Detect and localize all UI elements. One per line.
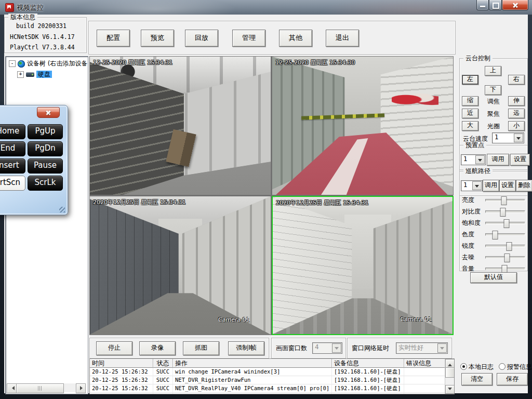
tree-device-item[interactable]: +硬盘 [17,70,52,79]
combo-arrow-icon[interactable] [514,134,523,142]
scroll-down-button[interactable] [445,385,455,394]
denoise-label: 去噪 [462,253,484,262]
denoise-slider[interactable] [485,256,525,259]
scroll-right-button[interactable] [76,383,86,393]
tree-root-item[interactable]: -设备树 (右击添加设备 [9,59,88,68]
keyboard-close-button[interactable] [37,107,60,118]
tree-device-label: 硬盘 [36,71,52,78]
exit-button[interactable]: 退出 [326,30,359,47]
key-pgdn[interactable]: PgDn [28,141,63,156]
key-home[interactable]: Home [0,124,25,139]
slider-thumb[interactable] [500,208,506,217]
other-button[interactable]: 其他 [279,30,312,47]
cruise-value: 1 [463,181,473,189]
scroll-thumb[interactable] [16,383,64,393]
config-button[interactable]: 配置 [97,30,130,47]
preview-button[interactable]: 预览 [141,30,174,47]
cruise-call-button[interactable]: 调用 [483,180,499,192]
key-pgup[interactable]: PgUp [28,124,63,139]
cruise-combo[interactable]: 1 [461,180,483,191]
slider-thumb[interactable] [504,254,510,262]
camera-view-2[interactable]: 12-25-2020 星期五 15:34:30 [272,56,454,195]
key-insert[interactable]: Insert [0,158,25,174]
camera-view-4-selected[interactable]: 2020年12月25日 星期五 15:34:31 Camera 01 [272,196,454,335]
ptz-left-button[interactable]: 左 [462,75,478,85]
resize-grip[interactable] [59,207,65,212]
onscreen-keyboard-window[interactable]: Home PgUp End PgDn Insert Pause PrtScn S… [0,105,68,215]
playback-button[interactable]: 回放 [185,30,218,47]
hue-slider[interactable] [485,233,525,236]
col-header-status[interactable]: 状态 [153,359,173,368]
focus-far-button[interactable]: 远 [508,109,525,118]
log-row[interactable]: 20-12-25 15:26:32 SUCC NET_DVR_RealPlay_… [90,384,454,393]
col-header-operation[interactable]: 操作 [173,359,332,368]
ptz-down-button[interactable]: 下 [485,85,501,95]
key-end[interactable]: End [0,141,25,156]
preset-set-button[interactable]: 设置 [510,154,530,166]
camera-view-3[interactable]: 2020年12月25日 星期五 15:34:31 Camera 01 [89,196,271,335]
record-button[interactable]: 录像 [139,341,176,355]
maximize-button[interactable] [489,0,502,10]
cell-time: 20-12-25 15:26:32 [90,393,153,394]
sdk-version: HCNetSDK V6.1.4.17 [10,33,91,41]
combo-arrow-icon[interactable] [472,181,482,190]
slider-thumb[interactable] [503,219,509,228]
window-count-panel: 画面窗口数 4 [271,338,346,358]
preset-combo[interactable]: 1 [461,154,486,165]
local-log-radio[interactable]: 本地日志 [460,363,494,370]
clear-log-button[interactable]: 清空 [461,373,493,385]
playback-control-panel: 停止 录像 抓图 强制I帧 [89,338,269,358]
log-row[interactable]: 20-12-25 15:26:32 SUCC NET_DVR_RigisterD… [90,376,454,384]
capture-button[interactable]: 抓图 [183,341,219,355]
combo-arrow-icon[interactable] [475,155,485,164]
camera-view-1[interactable]: 12-25-2020 星期五 15:34:31 [89,56,271,195]
force-iframe-button[interactable]: 强制I帧 [228,341,264,355]
contrast-slider[interactable] [485,210,525,213]
log-row[interactable]: 20-12-25 15:26:32 SUCC win change IPCame… [90,393,454,394]
denoise-slider-row: 去噪 [462,252,525,262]
minimize-button[interactable] [476,0,489,10]
iris-close-button[interactable]: 小 [508,121,525,131]
alarm-info-radio[interactable]: 报警信息 [499,363,532,370]
brightness-slider[interactable] [485,199,525,202]
slider-thumb[interactable] [493,231,498,240]
col-header-time[interactable]: 时间 [90,359,153,368]
sharpness-slider[interactable] [485,245,525,247]
tree-collapse-toggle[interactable]: - [9,60,16,67]
zoom-in-button[interactable]: 伸 [508,96,525,106]
key-pause[interactable]: Pause [28,158,63,174]
cruise-delete-button[interactable]: 删除 [516,180,532,192]
col-header-device[interactable]: 设备信息 [332,359,404,368]
slider-thumb[interactable] [507,242,512,251]
stop-button[interactable]: 停止 [96,341,132,355]
ptz-right-button[interactable]: 右 [508,75,525,85]
key-prtscn[interactable]: PrtScn [0,176,25,191]
log-vertical-scrollbar[interactable] [445,359,454,394]
close-button[interactable] [502,0,528,10]
ptz-speed-value: 1 [495,134,514,141]
titlebar: 视频监控 [0,0,532,15]
volume-slider[interactable] [485,268,525,270]
manage-button[interactable]: 管理 [232,30,265,47]
ptz-up-button[interactable]: 上 [485,66,501,76]
preset-call-button[interactable]: 调用 [487,154,509,166]
save-log-button[interactable]: 保存 [497,373,528,385]
log-type-radios: 本地日志 报警信息 [460,363,532,371]
key-scrlk[interactable]: ScrLk [28,176,63,191]
saturation-slider[interactable] [485,222,525,224]
default-values-button[interactable]: 默认值 [470,272,517,283]
cell-device: [192.168.1.60]-[硬盘] [332,376,404,384]
cruise-set-button[interactable]: 设置 [499,180,516,192]
cruise-groupbox: 巡航路径 1 调用 设置 删除 [459,171,528,196]
tree-expand-toggle[interactable]: + [17,71,24,78]
version-info-title: 版本信息 [8,14,37,21]
ptz-speed-combo[interactable]: 1 [492,132,524,143]
log-row[interactable]: 20-12-25 15:26:32 SUCC win change IPCame… [90,368,454,376]
dvr-icon [26,72,34,77]
scroll-thumb[interactable] [445,367,455,378]
scroll-left-button[interactable] [7,383,17,393]
slider-thumb[interactable] [501,196,507,205]
scroll-up-button[interactable] [445,359,455,368]
tree-horizontal-scrollbar[interactable] [7,383,86,392]
cell-device: [192.168.1.60]-[硬盘] [332,393,404,394]
